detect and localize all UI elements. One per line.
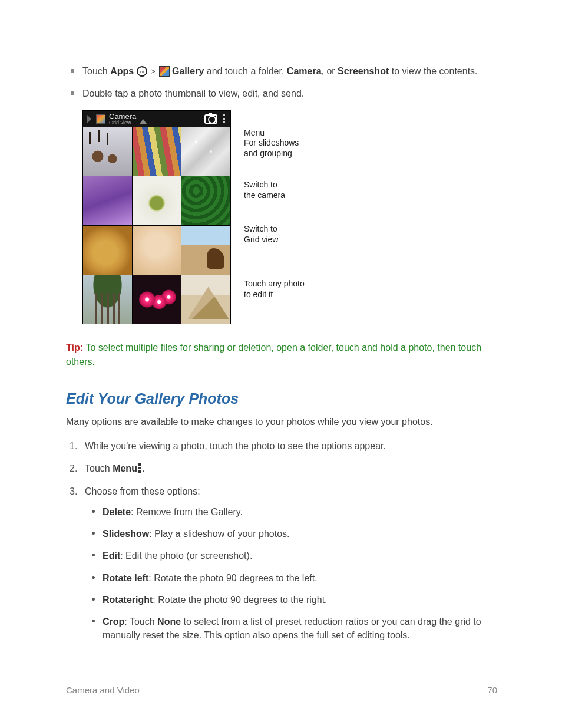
figure-callouts: Menu For slideshows and grouping Switch … [231, 110, 305, 325]
gallery-icon [159, 66, 170, 77]
opt-label: Rotate left [103, 573, 148, 583]
gallery-app-icon [96, 114, 105, 124]
opt-label: Rotateright [103, 595, 153, 605]
option-slideshow: Slideshow: Play a slideshow of your phot… [103, 527, 497, 541]
menu-overflow-icon[interactable] [221, 114, 227, 123]
steps-list: While you're viewing a photo, touch the … [66, 440, 497, 642]
screenshot-label: Screenshot [338, 66, 389, 76]
option-rotate-right: Rotateright: Rotate the photo 90 degrees… [103, 593, 497, 607]
back-icon[interactable] [87, 114, 92, 124]
opt-desc: : Edit the photo (or screenshot). [120, 551, 252, 561]
gallery-header: Camera Grid view [83, 111, 230, 127]
callout-grid: Switch to Grid view [244, 224, 305, 245]
section-heading: Edit Your Gallery Photos [66, 390, 497, 407]
callout-line: Menu [244, 128, 305, 139]
tip-block: Tip: To select multiple files for sharin… [66, 341, 497, 369]
photo-thumb[interactable] [181, 127, 230, 176]
camera-icon[interactable] [204, 114, 217, 124]
gallery-label: Gallery [172, 66, 204, 76]
opt-label: Delete [103, 507, 131, 517]
photo-grid [83, 127, 230, 324]
text: Choose from these options: [85, 486, 200, 496]
opt-label: Crop [103, 617, 124, 627]
photo-thumb[interactable] [133, 127, 181, 176]
text: Touch [85, 463, 113, 473]
photo-thumb[interactable] [181, 275, 230, 324]
intro-bullet-1: Touch Apps > Gallery and touch a folder,… [82, 65, 497, 78]
section-para: Many options are available to make chang… [66, 416, 497, 429]
text: Touch [82, 66, 110, 76]
callout-line: Grid view [244, 235, 305, 245]
page-footer: Camera and Video 70 [66, 685, 497, 695]
opt-desc: : Play a slideshow of your photos. [149, 529, 289, 539]
opt-desc: : Rotate the photo 90 degrees to the lef… [148, 573, 317, 583]
text: to view the contents. [389, 66, 477, 76]
photo-thumb[interactable] [133, 275, 181, 324]
apps-icon [137, 66, 147, 77]
callout-camera: Switch to the camera [244, 180, 305, 200]
step-2: Touch Menu. [85, 462, 497, 475]
footer-page-number: 70 [487, 685, 497, 695]
album-title: Camera [109, 113, 136, 120]
callout-line: Switch to [244, 224, 305, 235]
text: , or [322, 66, 338, 76]
tip-text: To select multiple files for sharing or … [66, 342, 481, 367]
view-mode-label: Grid view [109, 120, 136, 126]
callout-menu: Menu For slideshows and grouping [244, 128, 305, 159]
intro-bullet-2: Double tap a photo thumbnail to view, ed… [82, 87, 497, 100]
gallery-figure: Camera Grid view Menu For slideshow [82, 110, 497, 325]
step-3: Choose from these options: Delete: Remov… [85, 485, 497, 643]
option-crop: Crop: Touch None to select from a list o… [103, 615, 497, 642]
photo-thumb[interactable] [83, 275, 132, 324]
option-delete: Delete: Remove from the Gallery. [103, 505, 497, 519]
photo-thumb[interactable] [133, 226, 181, 275]
phone-mock: Camera Grid view [82, 110, 231, 325]
photo-thumb[interactable] [133, 176, 181, 225]
text: and touch a folder, [204, 66, 287, 76]
opt-desc: : Touch [124, 617, 157, 627]
apps-label: Apps [110, 66, 134, 76]
photo-thumb[interactable] [83, 176, 132, 225]
callout-line: the camera [244, 190, 305, 201]
callout-line: to edit it [244, 289, 305, 300]
photo-thumb[interactable] [181, 176, 230, 225]
photo-thumb[interactable] [83, 226, 132, 275]
tip-label: Tip: [66, 342, 85, 353]
callout-line: and grouping [244, 149, 305, 159]
option-rotate-left: Rotate left: Rotate the photo 90 degrees… [103, 571, 497, 585]
text: . [142, 463, 144, 473]
menu-overflow-icon [137, 463, 142, 473]
menu-label: Menu [113, 463, 137, 473]
opt-desc: : Rotate the photo 90 degrees to the rig… [153, 595, 327, 605]
intro-list: Touch Apps > Gallery and touch a folder,… [66, 65, 497, 101]
option-edit: Edit: Edit the photo (or screenshot). [103, 549, 497, 562]
callout-touch: Touch any photo to edit it [244, 279, 305, 299]
none-label: None [157, 617, 181, 627]
opt-label: Slideshow [103, 529, 149, 539]
step-1: While you're viewing a photo, touch the … [85, 440, 497, 453]
opt-desc: : Remove from the Gallery. [131, 507, 243, 517]
photo-thumb[interactable] [83, 127, 132, 176]
dropdown-icon[interactable] [140, 119, 147, 124]
opt-label: Edit [103, 551, 120, 561]
callout-line: Switch to [244, 180, 305, 190]
callout-line: Touch any photo [244, 279, 305, 289]
callout-line: For slideshows [244, 138, 305, 149]
camera-label: Camera [287, 66, 322, 76]
footer-section: Camera and Video [66, 685, 140, 695]
options-list: Delete: Remove from the Gallery. Slidesh… [85, 505, 497, 642]
breadcrumb-sep: > [147, 67, 159, 76]
photo-thumb[interactable] [181, 226, 230, 275]
